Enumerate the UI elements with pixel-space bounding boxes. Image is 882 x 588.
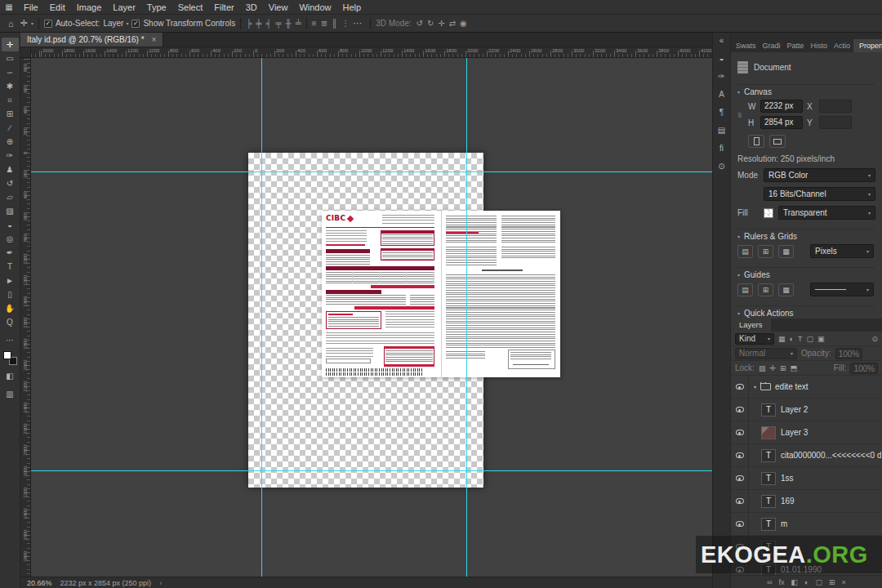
layer-filter-icon-3[interactable]: T (798, 335, 803, 343)
menu-type[interactable]: Type (141, 2, 172, 12)
layer-visibility-toggle[interactable] (731, 444, 749, 466)
blur-tool[interactable]: ◒ (2, 218, 19, 232)
layer-row[interactable]: T169 (731, 490, 882, 513)
layer-fill-input[interactable]: 100% (850, 363, 878, 374)
guide-horizontal-1[interactable] (31, 172, 712, 172)
menu-file[interactable]: File (18, 2, 44, 12)
layer-name[interactable]: Layer 2 (781, 405, 808, 414)
zoom-tool[interactable]: Q (2, 315, 19, 329)
marquee-tool[interactable]: ▭ (2, 51, 19, 65)
3d-mode-icon-3[interactable]: ✛ (438, 19, 444, 28)
panel-tab-gradi[interactable]: Gradi (760, 39, 784, 52)
bit-depth-select[interactable]: 16 Bits/Channel ▾ (764, 187, 875, 201)
lock-icon-3[interactable]: ⊞ (780, 364, 786, 372)
text-layer-thumbnail[interactable]: T (761, 403, 776, 416)
layer-name[interactable]: Layer 3 (781, 428, 808, 437)
magic-wand-tool[interactable]: ✱ (2, 79, 19, 93)
layer-visibility-toggle[interactable] (731, 467, 749, 489)
layers-footer-icon-3[interactable]: ◧ (791, 578, 799, 586)
filter-toggle-icon[interactable]: ⊙ (871, 335, 878, 343)
link-dimensions-icon[interactable]: ∞ (736, 113, 744, 118)
height-input[interactable]: 2854 px (760, 116, 803, 129)
layer-visibility-toggle[interactable] (731, 399, 749, 421)
show-transform-checkbox[interactable]: ✓ (131, 20, 140, 28)
layer-name[interactable]: m (781, 519, 787, 528)
align-icon-5[interactable]: ╫ (286, 19, 292, 28)
menu-help[interactable]: Help (337, 2, 368, 12)
guide-option-button-3[interactable]: ▦ (778, 283, 794, 296)
tab-layers[interactable]: Layers (731, 318, 771, 332)
toggle-grid-button[interactable]: ⊞ (758, 245, 773, 258)
align-icon-2[interactable]: ╪ (256, 19, 261, 28)
layer-visibility-toggle[interactable] (731, 513, 749, 535)
gradient-tool[interactable]: ▨ (2, 204, 19, 218)
move-tool-option-icon[interactable]: ✛ (17, 18, 31, 29)
layer-thumbnail[interactable] (761, 426, 776, 439)
3d-mode-icon-2[interactable]: ↻ (427, 19, 434, 28)
pen-tool[interactable]: ✒ (2, 246, 19, 260)
text-layer-thumbnail[interactable]: T (761, 518, 776, 531)
toggle-rulers-button[interactable]: ▤ (737, 245, 753, 258)
distribute-icon-1[interactable]: ≡ (312, 19, 317, 28)
dodge-tool[interactable]: ◎ (2, 232, 19, 246)
text-layer-thumbnail[interactable]: T (761, 472, 776, 485)
frame-tool[interactable]: ⊞ (2, 107, 19, 121)
auto-select-target-dropdown[interactable]: Layer ▾ (103, 19, 128, 28)
toggle-guides-button[interactable]: ▦ (778, 245, 794, 258)
lock-icon-4[interactable]: ⬒ (791, 364, 798, 372)
layer-row[interactable]: T1ss (731, 467, 882, 490)
canvas-viewport[interactable]: CIBC (31, 58, 712, 577)
ruler-units-select[interactable]: Pixels ▾ (810, 244, 874, 258)
rulers-grids-section-header[interactable]: ▾ Rulers & Grids (737, 229, 875, 239)
layers-footer-icon-7[interactable]: × (842, 578, 846, 586)
panel-tab-properties[interactable]: Properties (853, 39, 882, 52)
more-options-icon[interactable]: ⋯ (350, 18, 365, 29)
paragraph-panel-icon[interactable]: ¶ (719, 108, 724, 117)
guide-option-button-1[interactable]: ▤ (737, 283, 753, 296)
width-input[interactable]: 2232 px (760, 100, 803, 113)
healing-brush-tool[interactable]: ⊕ (2, 135, 19, 149)
hand-tool[interactable]: ✋ (2, 301, 19, 315)
panel-tab-histo[interactable]: Histo (808, 39, 831, 52)
crop-tool[interactable]: ⌗ (2, 93, 19, 107)
guide-vertical-2[interactable] (466, 58, 467, 577)
layer-filter-icon-5[interactable]: ▣ (817, 335, 825, 343)
brushes-panel-icon[interactable]: ✑ (718, 72, 724, 81)
menu-layer[interactable]: Layer (107, 2, 141, 12)
layer-filter-icon-4[interactable]: ▢ (806, 335, 813, 343)
vertical-ruler[interactable]: 8006004002000200400600800100012001400160… (20, 58, 31, 577)
quick-mask-icon[interactable]: ◧ (2, 369, 19, 383)
guides-section-header[interactable]: ▾ Guides (737, 267, 875, 278)
layer-visibility-toggle[interactable] (731, 421, 749, 443)
y-input[interactable] (819, 116, 852, 129)
panel-tab-patte[interactable]: Patte (784, 39, 808, 52)
menu-window[interactable]: Window (293, 2, 336, 12)
3d-mode-icon-5[interactable]: ◉ (460, 19, 467, 28)
foreground-color-swatch[interactable] (3, 351, 11, 359)
libraries-panel-icon[interactable]: ▤ (718, 126, 725, 135)
fill-select[interactable]: Transparent ▾ (778, 206, 875, 220)
align-icon-4[interactable]: ╤ (276, 19, 282, 28)
distribute-icon-3[interactable]: ║ (332, 19, 337, 28)
foreground-background-swatches[interactable] (3, 351, 17, 365)
lock-icon-2[interactable]: ✛ (769, 364, 776, 372)
align-icon-3[interactable]: ╡ (265, 19, 271, 28)
layers-footer-icon-5[interactable]: ▢ (816, 578, 823, 586)
ruler-corner[interactable] (20, 47, 31, 58)
adjustments-panel-icon[interactable]: ◒ (719, 54, 724, 63)
portrait-orientation-button[interactable] (748, 135, 764, 148)
cibc-statement-artwork[interactable]: CIBC (322, 211, 560, 377)
3d-mode-icon-1[interactable]: ↺ (416, 19, 422, 28)
layer-name[interactable]: 1ss (781, 474, 794, 483)
auto-select-checkbox[interactable]: ✓ (44, 20, 52, 28)
text-layer-thumbnail[interactable]: T (761, 449, 776, 462)
zoom-level[interactable]: 20.66% (27, 579, 52, 587)
layers-footer-icon-1[interactable]: ∞ (767, 578, 772, 586)
menu-3d[interactable]: 3D (240, 2, 263, 12)
toolbar-more-icon[interactable]: ⋯ (2, 333, 19, 347)
tool-preset-chevron-icon[interactable]: ▾ (31, 20, 33, 26)
screen-mode-icon[interactable]: ▥ (2, 387, 19, 401)
quick-actions-section-header[interactable]: ▾ Quick Actions (737, 305, 875, 316)
panel-tab-actio[interactable]: Actio (831, 39, 853, 52)
menu-view[interactable]: View (263, 2, 294, 12)
